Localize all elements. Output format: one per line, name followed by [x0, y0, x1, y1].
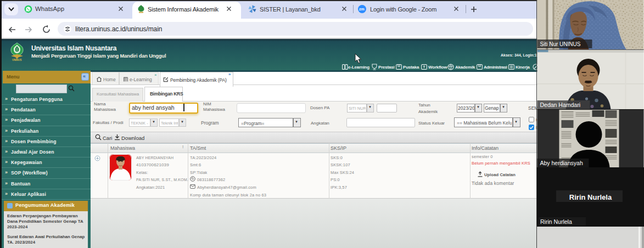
svg-text:Aby herdiansyah: Aby herdiansyah [540, 160, 583, 166]
svg-text:Dedan Hamdari: Dedan Hamdari [540, 102, 581, 108]
svg-text:Siti Nur UNINUS: Siti Nur UNINUS [540, 41, 581, 47]
svg-text:UNINUS: UNINUS [12, 59, 21, 61]
